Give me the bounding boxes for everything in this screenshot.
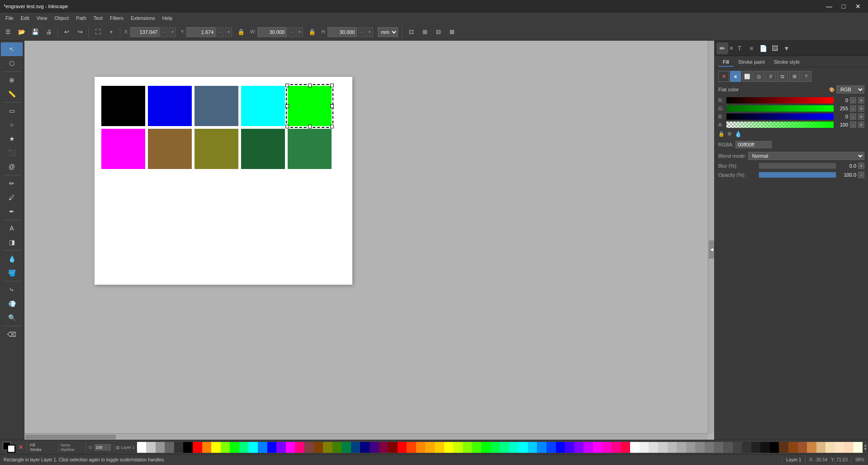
palette-color[interactable]: [583, 442, 593, 453]
gradient-tool[interactable]: ◨: [1, 235, 23, 249]
g-minus[interactable]: -: [850, 105, 856, 112]
pencil-tool[interactable]: ✏: [1, 177, 23, 190]
lock-wh-button[interactable]: 🔒: [306, 26, 318, 38]
palette-color[interactable]: [779, 442, 788, 453]
menu-filters[interactable]: Filters: [106, 14, 127, 22]
pattern-button[interactable]: ⧉: [777, 71, 788, 82]
palette-color[interactable]: [342, 442, 351, 453]
handle-br[interactable]: [330, 125, 334, 128]
palette-color[interactable]: [760, 442, 770, 453]
palette-color[interactable]: [546, 442, 556, 453]
panel-tab-text[interactable]: T: [734, 42, 745, 54]
transform-btn-4[interactable]: ⊠: [446, 26, 458, 38]
new-button[interactable]: ☰: [2, 26, 14, 38]
vertical-scrollbar[interactable]: [708, 41, 714, 433]
minimize-button[interactable]: —: [823, 0, 835, 13]
color-square-black[interactable]: [101, 86, 145, 126]
handle-mr[interactable]: [330, 104, 334, 108]
flat-color-button[interactable]: ■: [730, 71, 741, 82]
color-square-brown[interactable]: [148, 129, 192, 169]
star-tool[interactable]: ★: [1, 132, 23, 146]
b-plus[interactable]: +: [858, 113, 864, 120]
handle-bl[interactable]: [285, 125, 289, 128]
color-square-magenta[interactable]: [101, 129, 145, 169]
palette-color[interactable]: [677, 442, 686, 453]
swatch-button[interactable]: ⊞: [789, 71, 800, 82]
palette-color[interactable]: [388, 442, 398, 453]
palette-color[interactable]: [602, 442, 612, 453]
r-minus[interactable]: -: [850, 97, 856, 103]
palette-color[interactable]: [668, 442, 677, 453]
undo-button[interactable]: ↩: [60, 26, 73, 38]
panel-tab-close[interactable]: ✕: [729, 45, 734, 52]
handle-tr[interactable]: [330, 84, 334, 87]
rect-tool[interactable]: ▭: [1, 104, 23, 117]
blend-select[interactable]: Normal Multiply Screen Overlay: [748, 152, 864, 160]
spray-tool[interactable]: 💨: [1, 297, 23, 310]
palette-color[interactable]: [165, 442, 174, 453]
palette-color[interactable]: [314, 442, 323, 453]
h-minus[interactable]: -: [358, 27, 365, 37]
palette-color[interactable]: [137, 442, 147, 453]
a-slider[interactable]: [726, 122, 834, 128]
menu-text[interactable]: Text: [90, 14, 106, 22]
connector-tool[interactable]: ⤷: [1, 283, 23, 296]
palette-color[interactable]: [574, 442, 584, 453]
spiral-tool[interactable]: @: [1, 160, 23, 174]
palette-color[interactable]: [360, 442, 370, 453]
palette-color[interactable]: [258, 442, 267, 453]
palette-color[interactable]: [239, 442, 249, 453]
zoom-tool[interactable]: ⊕: [1, 73, 23, 87]
palette-color[interactable]: [481, 442, 491, 453]
menu-file[interactable]: File: [2, 14, 17, 22]
handle-bm[interactable]: [308, 125, 312, 128]
blur-slider[interactable]: [759, 163, 836, 169]
panel-tab-export[interactable]: 🖼: [769, 42, 781, 54]
palette-color[interactable]: [612, 442, 621, 453]
h-plus[interactable]: +: [366, 27, 373, 37]
eyedropper-button[interactable]: 💧: [735, 131, 742, 137]
palette-color[interactable]: [453, 442, 463, 453]
palette-down-arrow[interactable]: ▼: [863, 447, 867, 451]
lock-ratio-button[interactable]: 🔒: [235, 26, 247, 38]
panel-tab-xml[interactable]: 📄: [757, 42, 769, 54]
menu-edit[interactable]: Edit: [17, 14, 33, 22]
palette-color[interactable]: [695, 442, 705, 453]
dropper-tool[interactable]: 💧: [1, 252, 23, 266]
opacity-slider[interactable]: [759, 172, 836, 178]
palette-color[interactable]: [835, 442, 844, 453]
palette-color[interactable]: [379, 442, 389, 453]
palette-color[interactable]: [146, 442, 156, 453]
print-button[interactable]: 🖨: [43, 26, 55, 38]
palette-color[interactable]: [500, 442, 509, 453]
r-slider[interactable]: [726, 97, 834, 103]
x-plus[interactable]: +: [169, 27, 176, 37]
eraser-tool[interactable]: ⌫: [1, 328, 23, 341]
menu-path[interactable]: Path: [72, 14, 90, 22]
palette-color[interactable]: [742, 442, 751, 453]
y-input[interactable]: [186, 27, 216, 37]
canvas-area[interactable]: ◀: [24, 41, 714, 440]
palette-color[interactable]: [658, 442, 668, 453]
palette-color[interactable]: [844, 442, 854, 453]
palette-color[interactable]: [733, 442, 742, 453]
measure-tool[interactable]: 📏: [1, 87, 23, 101]
palette-color[interactable]: [193, 442, 202, 453]
save-button[interactable]: 💾: [29, 26, 42, 38]
calligraphy-tool[interactable]: ✒: [1, 205, 23, 218]
color-wheel-icon[interactable]: ⚙: [727, 131, 732, 137]
palette-color[interactable]: [174, 442, 184, 453]
radial-gradient-button[interactable]: ◎: [754, 71, 764, 82]
g-slider[interactable]: [726, 105, 834, 112]
palette-color[interactable]: [332, 442, 342, 453]
stroke-paint-tab[interactable]: Stroke paint: [734, 58, 769, 67]
palette-color[interactable]: [770, 442, 779, 453]
zoom-fit-button[interactable]: ⛶: [91, 26, 104, 38]
palette-color[interactable]: [528, 442, 537, 453]
panel-tab-align[interactable]: ≡: [745, 42, 757, 54]
lock-icon[interactable]: 🔒: [718, 131, 725, 137]
panel-tab-fill[interactable]: ✏: [716, 42, 728, 54]
palette-color[interactable]: [509, 442, 519, 453]
color-square-olive[interactable]: [194, 129, 238, 169]
w-plus[interactable]: +: [296, 27, 303, 37]
